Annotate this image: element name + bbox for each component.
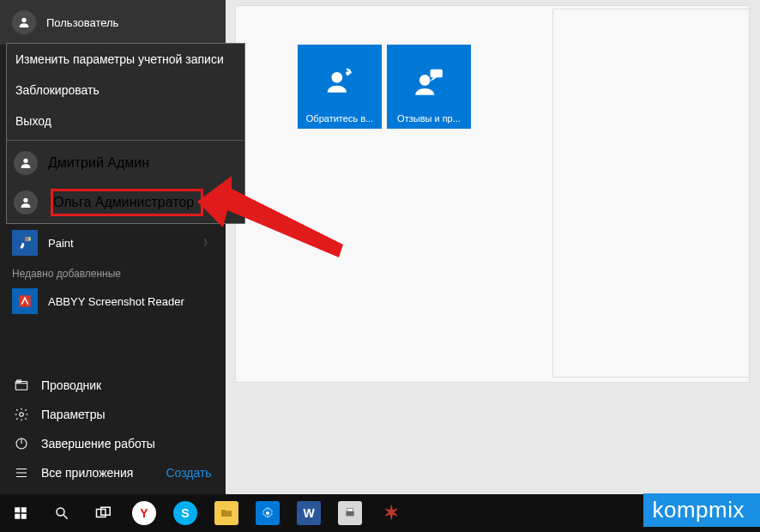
power-icon bbox=[14, 436, 29, 451]
help-icon bbox=[323, 50, 356, 113]
svg-rect-29 bbox=[346, 511, 353, 516]
app-item-paint[interactable]: Paint 〉 bbox=[0, 225, 226, 261]
current-user-label: Пользователь bbox=[46, 16, 118, 29]
gear-icon bbox=[14, 407, 29, 422]
taskview-button[interactable] bbox=[82, 494, 124, 532]
taskbar-printer[interactable] bbox=[329, 494, 371, 532]
svg-rect-2 bbox=[25, 237, 27, 241]
watermark: kompmix bbox=[643, 493, 760, 527]
signout-button[interactable]: Выход bbox=[7, 106, 244, 136]
highlighted-user: Ольга Администратор bbox=[51, 189, 203, 216]
change-account-settings[interactable]: Изменить параметры учетной записи bbox=[7, 44, 244, 75]
tiles-area: Обратитесь в... Отзывы и пр... bbox=[226, 0, 526, 494]
svg-point-13 bbox=[332, 72, 343, 83]
bg-sidebar bbox=[552, 9, 750, 378]
user-avatar-icon bbox=[14, 190, 38, 215]
word-icon: W bbox=[297, 501, 321, 525]
taskbar-explorer[interactable] bbox=[206, 494, 247, 532]
taskbar-yandex[interactable]: Y bbox=[124, 494, 165, 532]
current-user-row[interactable]: Пользователь bbox=[0, 0, 226, 45]
explorer-label: Проводник bbox=[41, 378, 101, 392]
skype-icon: S bbox=[173, 501, 197, 525]
fax-icon bbox=[338, 501, 362, 525]
svg-rect-23 bbox=[21, 514, 27, 519]
tile-label: Отзывы и пр... bbox=[397, 113, 461, 124]
settings-label: Параметры bbox=[41, 408, 106, 421]
svg-rect-21 bbox=[21, 507, 27, 512]
user-avatar-icon bbox=[12, 10, 36, 34]
svg-rect-22 bbox=[15, 514, 20, 519]
abbyy-icon bbox=[12, 288, 38, 314]
allapps-button[interactable]: Все приложения Создать bbox=[0, 458, 226, 487]
tile-feedback[interactable]: Отзывы и пр... bbox=[387, 45, 471, 129]
power-button[interactable]: Завершение работы bbox=[0, 429, 226, 458]
lock-button[interactable]: Заблокировать bbox=[7, 75, 244, 106]
app-label: Paint bbox=[48, 237, 74, 250]
svg-point-18 bbox=[23, 198, 27, 203]
taskbar-app-red[interactable]: ✶ bbox=[371, 494, 412, 532]
puzzle-icon: ✶ bbox=[379, 501, 403, 525]
power-label: Завершение работы bbox=[41, 437, 155, 450]
svg-point-15 bbox=[419, 75, 431, 86]
chevron-right-icon: 〉 bbox=[203, 237, 212, 249]
user-name: Ольга Администратор bbox=[53, 195, 194, 209]
taskbar-skype[interactable]: S bbox=[165, 494, 206, 532]
switch-user-dmitry[interactable]: Дмитрий Админ bbox=[7, 144, 244, 182]
allapps-icon bbox=[14, 465, 29, 481]
switch-user-olga[interactable]: Ольга Администратор bbox=[7, 182, 244, 223]
svg-rect-3 bbox=[27, 237, 28, 241]
explorer-button[interactable]: Проводник bbox=[0, 371, 226, 400]
svg-rect-30 bbox=[347, 509, 353, 511]
start-button[interactable] bbox=[0, 494, 41, 532]
tile-help[interactable]: Обратитесь в... bbox=[298, 45, 382, 129]
gear-icon bbox=[256, 501, 280, 525]
section-recent: Недавно добавленные bbox=[0, 261, 226, 283]
create-link[interactable]: Создать bbox=[166, 466, 211, 480]
folder-icon bbox=[214, 501, 238, 525]
explorer-icon bbox=[14, 378, 29, 393]
svg-point-7 bbox=[20, 413, 24, 417]
app-item-abbyy[interactable]: ABBYY Screenshot Reader bbox=[0, 283, 226, 319]
svg-point-0 bbox=[21, 18, 26, 22]
svg-point-17 bbox=[23, 159, 27, 163]
separator bbox=[7, 140, 244, 141]
tile-label: Обратитесь в... bbox=[306, 113, 373, 124]
svg-point-24 bbox=[57, 508, 64, 516]
taskbar-settings[interactable] bbox=[247, 494, 288, 532]
taskbar-word[interactable]: W bbox=[288, 494, 329, 532]
svg-point-28 bbox=[266, 511, 269, 515]
settings-button[interactable]: Параметры bbox=[0, 400, 226, 429]
app-label: ABBYY Screenshot Reader bbox=[48, 295, 184, 308]
bottom-pinned: Проводник Параметры Завершение работы Вс… bbox=[0, 371, 226, 494]
yandex-icon: Y bbox=[132, 501, 156, 525]
user-name: Дмитрий Админ bbox=[48, 155, 149, 171]
svg-rect-5 bbox=[15, 382, 27, 390]
svg-rect-20 bbox=[15, 507, 20, 512]
feedback-icon bbox=[413, 50, 445, 113]
search-button[interactable] bbox=[41, 494, 82, 532]
account-context-menu: Изменить параметры учетной записи Заблок… bbox=[6, 43, 245, 224]
paint-icon bbox=[12, 230, 38, 256]
svg-point-14 bbox=[346, 71, 350, 76]
svg-rect-16 bbox=[431, 70, 443, 78]
allapps-label: Все приложения bbox=[41, 466, 133, 480]
user-avatar-icon bbox=[14, 151, 38, 175]
svg-line-25 bbox=[63, 515, 68, 519]
